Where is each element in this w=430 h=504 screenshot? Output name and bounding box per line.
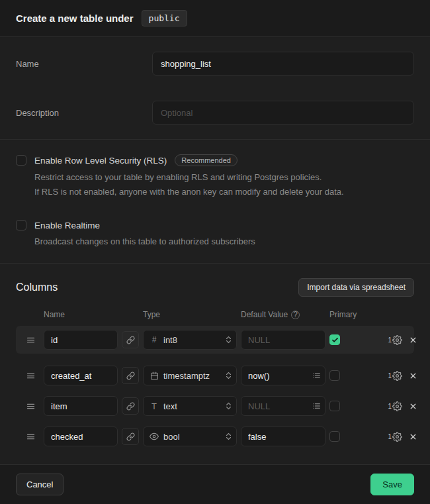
chevron-updown-icon — [226, 402, 232, 410]
default-value-input[interactable] — [241, 330, 325, 350]
rls-label: Enable Row Level Security (RLS) — [34, 156, 167, 166]
column-type-select[interactable]: # int8 — [143, 330, 237, 350]
default-value-wrap — [241, 396, 325, 416]
save-button[interactable]: Save — [370, 474, 414, 495]
header-primary: Primary — [329, 310, 369, 319]
gear-icon — [392, 432, 402, 442]
column-type-select[interactable]: T text — [143, 396, 237, 416]
cancel-button[interactable]: Cancel — [16, 474, 64, 495]
column-row: # int8 1 — [16, 326, 414, 354]
drag-handle-icon[interactable] — [21, 371, 40, 381]
realtime-label: Enable Realtime — [34, 221, 100, 230]
rls-block: Enable Row Level Security (RLS) Recommen… — [16, 154, 414, 199]
column-settings-button[interactable]: 1 — [388, 401, 402, 411]
section-basic-info: Name Description — [0, 37, 430, 140]
primary-checkbox[interactable] — [329, 334, 340, 345]
drag-handle-icon[interactable] — [21, 401, 40, 411]
calendar-icon — [150, 372, 159, 380]
help-icon[interactable]: ? — [291, 311, 300, 319]
column-row: bool 1 — [16, 423, 414, 450]
drag-handle-icon[interactable] — [21, 432, 40, 442]
gear-icon — [392, 401, 402, 411]
header-name: Name — [44, 310, 118, 319]
column-name-input[interactable] — [44, 330, 118, 350]
columns-header-row: Name Type Default Value? Primary — [16, 310, 414, 319]
gear-icon — [392, 371, 402, 381]
primary-checkbox[interactable] — [329, 401, 340, 411]
foreign-key-link-icon[interactable] — [122, 331, 139, 348]
column-row: T text 1 — [16, 392, 414, 420]
realtime-description: Broadcast changes on this table to autho… — [34, 235, 414, 248]
settings-count-badge: 1 — [388, 403, 392, 410]
rls-checkbox[interactable] — [16, 155, 26, 166]
default-value-input[interactable] — [241, 427, 325, 446]
column-type-select[interactable]: timestamptz — [143, 366, 237, 385]
column-settings-button[interactable]: 1 — [388, 432, 402, 442]
columns-title: Columns — [16, 281, 58, 293]
remove-column-icon[interactable] — [406, 432, 419, 441]
column-settings-button[interactable]: 1 — [388, 335, 402, 345]
column-type-label: timestamptz — [163, 371, 221, 381]
foreign-key-link-icon[interactable] — [122, 428, 139, 445]
column-type-label: bool — [163, 432, 221, 442]
remove-column-icon[interactable] — [406, 336, 419, 344]
column-settings-button[interactable]: 1 — [388, 371, 402, 381]
chevron-updown-icon — [226, 336, 232, 344]
schema-badge: public — [142, 10, 187, 26]
default-value-wrap — [241, 330, 325, 350]
name-label: Name — [16, 59, 152, 69]
foreign-key-link-icon[interactable] — [122, 367, 139, 384]
description-label: Description — [16, 108, 152, 118]
table-description-input[interactable] — [152, 101, 414, 125]
dialog-title: Create a new table under — [16, 13, 134, 24]
dialog-header: Create a new table under public — [0, 0, 430, 37]
default-options-menu-icon[interactable] — [312, 402, 321, 411]
settings-count-badge: 1 — [388, 372, 392, 379]
column-name-input[interactable] — [44, 396, 118, 416]
chevron-updown-icon — [226, 372, 232, 379]
dialog-footer: Cancel Save — [0, 464, 430, 504]
realtime-checkbox[interactable] — [16, 220, 26, 230]
column-name-input[interactable] — [44, 366, 118, 385]
rls-description-1: Restrict access to your table by enablin… — [34, 171, 414, 184]
foreign-key-link-icon[interactable] — [122, 397, 139, 415]
column-name-input[interactable] — [44, 427, 118, 446]
rls-description-2: If RLS is not enabled, anyone with the a… — [34, 185, 414, 199]
import-spreadsheet-button[interactable]: Import data via spreadsheet — [298, 278, 414, 297]
settings-count-badge: 1 — [388, 336, 392, 344]
header-default: Default Value? — [241, 310, 325, 319]
name-row: Name — [16, 52, 414, 76]
column-type-select[interactable]: bool — [143, 427, 237, 446]
remove-column-icon[interactable] — [406, 402, 419, 411]
table-name-input[interactable] — [152, 52, 414, 76]
remove-column-icon[interactable] — [406, 372, 419, 380]
chevron-updown-icon — [226, 432, 232, 440]
section-columns: Columns Import data via spreadsheet Name… — [0, 264, 430, 460]
header-type: Type — [143, 310, 237, 319]
column-type-label: text — [163, 401, 221, 411]
hash-icon: # — [150, 335, 159, 344]
realtime-block: Enable Realtime Broadcast changes on thi… — [16, 220, 414, 248]
gear-icon — [392, 335, 402, 345]
default-value-wrap — [241, 427, 325, 446]
eye-icon — [150, 432, 159, 441]
drag-handle-icon[interactable] — [21, 335, 40, 345]
column-type-label: int8 — [163, 335, 221, 345]
description-row: Description — [16, 101, 414, 125]
default-value-wrap — [241, 366, 325, 385]
default-options-menu-icon[interactable] — [312, 372, 321, 380]
recommended-badge: Recommended — [175, 154, 237, 166]
primary-checkbox[interactable] — [329, 370, 340, 381]
section-options: Enable Row Level Security (RLS) Recommen… — [0, 140, 430, 264]
text-icon: T — [150, 401, 159, 411]
column-row: timestamptz 1 — [16, 362, 414, 389]
settings-count-badge: 1 — [388, 433, 392, 440]
primary-checkbox[interactable] — [329, 431, 340, 442]
